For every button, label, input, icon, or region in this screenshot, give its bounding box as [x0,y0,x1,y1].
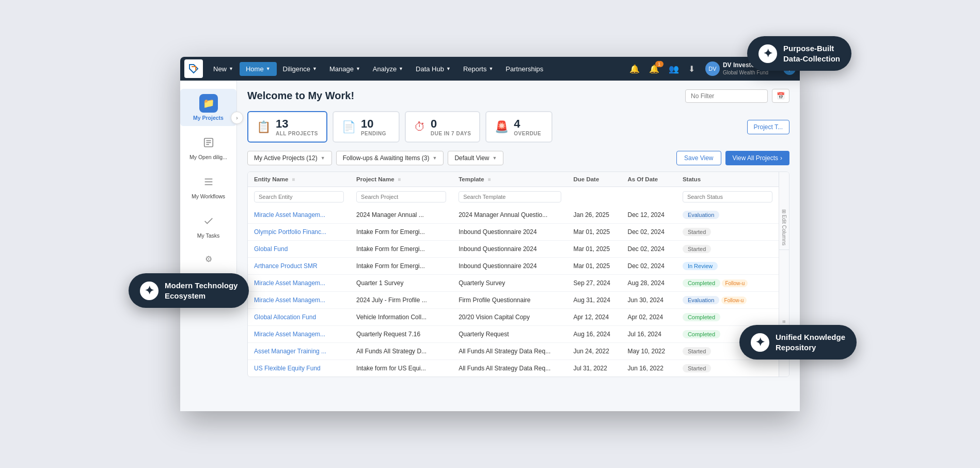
template-cell: Inbound Questionnaire 2024 [452,241,567,258]
status-badge: Evaluation [683,211,719,219]
as-of-date-cell: May 10, 2022 [621,343,676,360]
stat-card-all-projects[interactable]: 📋 13 ALL PROJECTS [247,111,327,143]
sidebar-item-label: My Tasks [197,232,220,239]
nav-analyze-button[interactable]: Analyze ▼ [367,62,409,76]
status-badge: Completed [683,313,720,321]
sidebar-item-diligence[interactable]: My Open dilig... [180,128,236,165]
due-date-cell: Aug 31, 2024 [567,292,622,309]
due-date-cell: Mar 01, 2025 [567,224,622,241]
due-date-cell: Apr 12, 2024 [567,309,622,326]
template-cell: All Funds All Strategy Data Req... [452,343,567,360]
nav-diligence-button[interactable]: Diligence ▼ [277,62,323,76]
entity-link[interactable]: Miracle Asset Managem... [254,297,325,304]
sidebar-item-workflows[interactable]: My Workflows [180,167,236,205]
stat-card-overdue[interactable]: 🚨 4 OVERDUE [485,111,552,143]
chevron-down-icon: ▼ [321,155,325,161]
as-of-date-cell: Jun 30, 2024 [621,292,676,309]
chevron-down-icon: ▼ [399,66,403,71]
chevron-down-icon: ▼ [356,66,360,71]
template-search-input[interactable] [459,191,561,202]
table-row: Global Allocation Fund Vehicle Informati… [248,309,779,326]
nav-reports-button[interactable]: Reports ▼ [457,62,499,76]
entity-link[interactable]: US Flexible Equity Fund [254,365,321,372]
no-filter-input[interactable] [685,89,768,103]
nav-partnerships-button[interactable]: Partnerships [499,62,549,76]
download-icon-button[interactable]: ⬇ [685,62,698,76]
entity-search-cell [248,187,350,207]
diligence-icon [199,133,218,152]
due-date-cell: Sep 27, 2024 [567,275,622,292]
stat-card-pending[interactable]: 📄 10 PENDING [333,111,400,143]
sort-icon: ≡ [398,177,401,182]
entity-link[interactable]: Olympic Portfolio Financ... [254,228,326,236]
active-projects-dropdown[interactable]: My Active Projects (12) ▼ [247,151,332,165]
view-all-projects-button[interactable]: View All Projects › [725,151,789,165]
due7days-label: DUE IN 7 DAYS [431,131,471,136]
nav-home-button[interactable]: Home ▼ [240,62,277,76]
view-dropdown[interactable]: Default View ▼ [448,151,503,165]
table-row: Asset Manager Training ... All Funds All… [248,343,779,360]
alert-icon-button[interactable]: 🔔 1 [646,62,662,76]
entity-link[interactable]: Global Fund [254,245,288,253]
entity-cell: Global Allocation Fund [248,309,350,326]
table-row: Miracle Asset Managem... 2024 Manager An… [248,207,779,224]
entity-search-input[interactable] [254,191,344,202]
main-area: 📁 My Projects My Open dilig... [180,81,800,411]
stat-card-due7days[interactable]: ⏱ 0 DUE IN 7 DAYS [405,111,480,143]
overdue-label: OVERDUE [514,131,541,136]
sidebar-nav: 📁 My Projects My Open dilig... [180,81,237,280]
avatar: DV [705,61,720,76]
page-header: Welcome to My Work! 📅 [247,89,789,103]
as-of-date-cell: Apr 02, 2024 [621,309,676,326]
sidebar-expand-button[interactable]: › [231,112,243,124]
followups-dropdown[interactable]: Follow-ups & Awaiting Items (3) ▼ [336,151,444,165]
stat-info: 10 PENDING [361,117,386,136]
sidebar-item-tasks[interactable]: My Tasks [180,207,236,244]
nav-datahub-button[interactable]: Data Hub ▼ [409,62,457,76]
entity-link[interactable]: Miracle Asset Managem... [254,211,325,219]
entity-cell: Olympic Portfolio Financ... [248,224,350,241]
status-cell: Evaluation Follow-u [676,292,779,309]
project-search-input[interactable] [356,191,446,202]
status-search-input[interactable] [683,191,772,202]
page-title: Welcome to My Work! [247,90,354,102]
calendar-button[interactable]: 📅 [772,89,789,103]
as-of-date-search-cell [621,187,676,207]
bell-icon-button[interactable]: 🔔 [626,62,643,76]
template-cell: All Funds All Strategy Data Req... [452,360,567,377]
status-badge: Started [683,347,711,355]
sort-icon: ≡ [292,177,295,182]
settings-icon-button[interactable]: ⚙ [202,252,215,266]
purpose-built-callout: ✦ Purpose-Built Data-Collection [747,36,851,71]
sort-icon: ≡ [488,177,491,182]
entity-cell: Asset Manager Training ... [248,343,350,360]
stat-info: 0 DUE IN 7 DAYS [431,117,471,136]
projects-table-wrapper: Entity Name ≡ Project Name ≡ Template [247,171,789,377]
table-scroll-container[interactable]: Entity Name ≡ Project Name ≡ Template [248,172,779,377]
entity-link[interactable]: Miracle Asset Managem... [254,279,325,287]
entity-link[interactable]: Global Allocation Fund [254,314,316,321]
due-date-search-cell [567,187,622,207]
status-badge: Started [683,228,711,236]
entity-link[interactable]: Asset Manager Training ... [254,348,326,355]
due-date-cell: Mar 01, 2025 [567,241,622,258]
unified-knowledge-icon: ✦ [751,333,769,352]
filter-bar-actions: Save View View All Projects › [676,151,789,165]
edit-columns-button[interactable]: ⊞ Edit Columns [779,205,789,250]
users-icon-button[interactable]: 👥 [666,62,682,76]
entity-link[interactable]: Miracle Asset Managem... [254,331,325,338]
entity-link[interactable]: Arthance Product SMR [254,262,318,270]
sidebar-item-projects[interactable]: 📁 My Projects [180,89,236,126]
chevron-down-icon: ▼ [432,155,437,161]
project-type-button[interactable]: Project T... [747,120,789,134]
sidebar-item-label: My Projects [193,115,224,121]
modern-tech-text: Modern Technology Ecosystem [165,280,238,301]
nav-new-button[interactable]: New ▼ [207,62,240,76]
save-view-button[interactable]: Save View [676,151,721,165]
due7days-count: 0 [431,117,471,131]
as-of-date-cell: Dec 12, 2024 [621,207,676,224]
status-badge: Completed [683,330,720,338]
content-area: Welcome to My Work! 📅 📋 13 ALL PROJECTS … [237,81,800,411]
status-cell: Started [676,224,779,241]
nav-manage-button[interactable]: Manage ▼ [323,62,367,76]
